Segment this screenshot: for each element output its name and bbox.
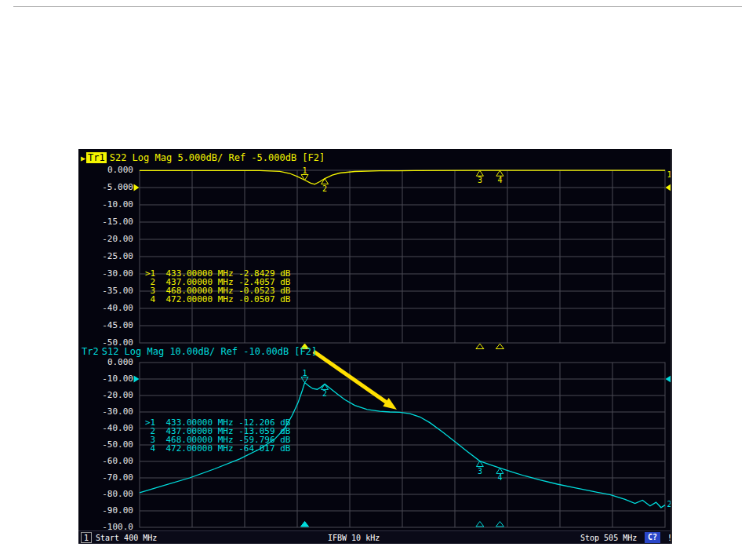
trace2-marker-label-1: 1 — [303, 369, 307, 377]
y-axis-label: -30.00 — [102, 407, 133, 417]
trace2-marker-1[interactable] — [301, 377, 308, 383]
trace2-marker-2[interactable] — [322, 384, 329, 389]
y-axis-label: -50.00 — [102, 440, 133, 450]
marker-readout-line: 4 472.00000 MHz -64.017 dB — [145, 444, 290, 453]
trace2-number-label: 2 — [667, 500, 672, 508]
trace2-bottom-tick-3 — [476, 522, 484, 527]
y-axis-label: -70.00 — [102, 473, 133, 483]
trace1-marker-readout: >1 433.00000 MHz -2.8429 dB 2 437.00000 … — [145, 269, 290, 304]
status-bar: 1 Start 400 MHz IFBW 10 kHz Stop 505 MHz… — [78, 530, 671, 544]
trace2-marker-label-2: 2 — [322, 389, 327, 398]
y-axis-label: -60.00 — [102, 457, 133, 466]
marker-readout-line: 4 472.00000 MHz -0.0507 dB — [145, 295, 290, 304]
trace2-ref-level-icon-right — [666, 376, 671, 383]
y-axis-label: -20.00 — [102, 391, 133, 400]
trace1-number-label: 1 — [667, 170, 672, 179]
trace1-marker-label-1: 1 — [303, 166, 307, 175]
trace1-ref-level-icon-right — [666, 184, 671, 191]
trace1-marker-label-4: 4 — [497, 176, 502, 184]
calibration-status-badge[interactable]: C? — [645, 532, 660, 543]
trace1-marker-label-2: 2 — [322, 184, 327, 193]
y-axis-label: -10.00 — [102, 374, 133, 384]
trace2-y-axis: 0.000-10.00-20.00-30.00-40.00-50.00-60.0… — [78, 149, 136, 544]
trace2-marker-readout: >1 433.00000 MHz -12.206 dB 2 437.00000 … — [145, 418, 290, 453]
trace1-marker-label-3: 3 — [478, 176, 482, 184]
y-axis-label: -80.00 — [102, 490, 133, 499]
trace1-title: S22 Log Mag 5.000dB/ Ref -5.000dB [F2] — [110, 152, 325, 163]
stop-frequency-label: Stop 505 MHz — [580, 534, 637, 542]
ifbw-label: IFBW 10 kHz — [328, 534, 380, 542]
trace1-marker-3[interactable] — [476, 170, 483, 176]
page-header-rule — [13, 6, 742, 7]
trace1-marker-4[interactable] — [496, 170, 503, 176]
trace2-marker-label-4: 4 — [497, 473, 502, 482]
trace1-marker-2[interactable] — [322, 179, 329, 184]
trace1-bottom-tick-4 — [496, 344, 503, 349]
trace2-bottom-tick-1 — [301, 522, 309, 527]
trace2-marker-label-3: 3 — [478, 467, 482, 476]
y-axis-label: -40.00 — [102, 424, 133, 433]
y-axis-label: 0.000 — [107, 358, 133, 367]
vna-screenshot: 1234123412 ▶Tr1S22 Log Mag 5.000dB/ Ref … — [78, 149, 672, 544]
trace2-bottom-tick-4 — [496, 522, 503, 527]
trace1-bottom-tick-3 — [476, 344, 484, 349]
document-page: 1234123412 ▶Tr1S22 Log Mag 5.000dB/ Ref … — [0, 0, 756, 554]
start-frequency-label: Start 400 MHz — [96, 534, 157, 542]
channel-number-badge: 1 — [81, 532, 92, 543]
alert-indicator: ! — [667, 534, 672, 542]
y-axis-label: -90.00 — [102, 506, 133, 516]
